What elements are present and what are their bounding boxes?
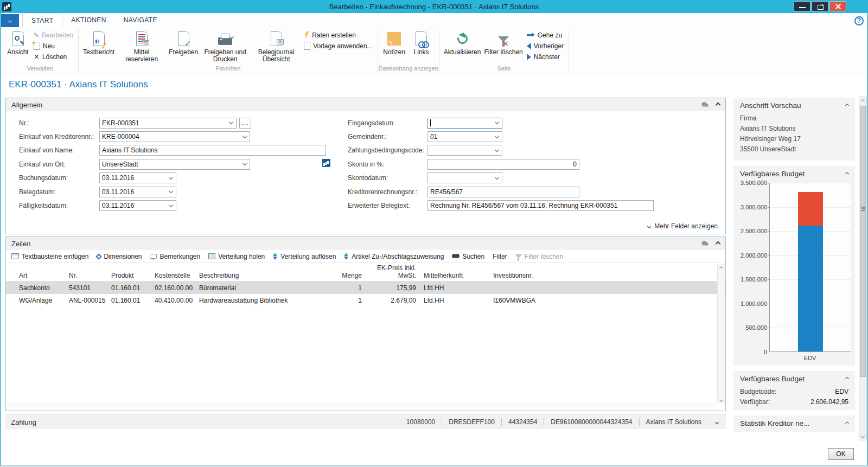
toolbar-verteilung-aufloesen[interactable]: Verteilung auflösen (273, 253, 336, 260)
nr-combobox[interactable]: EKR-000351 (99, 118, 237, 129)
minimize-button[interactable] (794, 1, 810, 11)
toolbar-filter-loeschen[interactable]: Filter löschen (515, 253, 563, 260)
erweiterter-belegtext-textbox[interactable]: Rechnung Nr. RE456/567 vom 03.11.16, Rec… (427, 200, 654, 211)
dimensions-icon (96, 253, 102, 259)
toolbar-verteilung-holen[interactable]: Verteilung holen (208, 253, 265, 260)
gemeindenr-combobox[interactable]: 01 (427, 131, 502, 142)
fasttab-allgemein-header[interactable]: Allgemein (6, 98, 725, 111)
ribbon-button-notizen[interactable]: Notizen (381, 29, 408, 56)
customize-gear-icon[interactable] (701, 240, 709, 248)
faelligkeitsdatum-combobox[interactable]: 03.11.2016 (99, 200, 176, 211)
factbox-header[interactable]: Verfügbares Budget (733, 166, 855, 181)
column-header[interactable]: Produkt (111, 272, 155, 279)
table-horizontal-scrollbar[interactable] (7, 404, 717, 410)
column-header[interactable]: EK-Preis inkl. MwSt. (362, 264, 416, 279)
collapse-chevron-icon[interactable] (845, 104, 849, 107)
collapse-chevron-icon[interactable] (845, 172, 849, 176)
ribbon-button-filter-loeschen[interactable]: ✕ Filter löschen (482, 29, 524, 56)
field-name: Einkauf von Name: Axians IT Solutions (19, 144, 344, 157)
chart-indicator-icon[interactable] (322, 159, 330, 167)
restore-button[interactable] (812, 1, 828, 11)
reserve-funds-icon: 000 (136, 31, 148, 46)
ribbon-button-neu[interactable]: ★ Neu (31, 41, 75, 50)
get-distribution-icon (208, 253, 215, 259)
release-check-icon: ✓ (178, 31, 189, 46)
factbox-header[interactable]: Anschrift Vorschau (733, 98, 855, 112)
toolbar-bemerkungen[interactable]: Bemerkungen (150, 253, 200, 260)
expand-chevron-icon[interactable] (715, 420, 719, 424)
sticky-note-icon (387, 32, 401, 46)
ribbon-group-label: Favoriten (79, 65, 377, 74)
column-header[interactable]: Beschreibung (199, 272, 334, 279)
ribbon-button-gehe-zu[interactable]: Gehe zu (525, 30, 566, 40)
ribbon-button-raten-erstellen[interactable]: Raten erstellen (302, 30, 374, 40)
page-vertical-scrollbar[interactable] (859, 97, 867, 440)
column-header[interactable]: Art (19, 272, 69, 279)
help-icon[interactable]: ? (854, 16, 864, 25)
comment-bubble-icon (150, 254, 157, 259)
toolbar-textbausteine[interactable]: Textbausteine einfügen (11, 253, 88, 260)
column-header[interactable]: Nr. (69, 272, 111, 279)
tab-aktionen[interactable]: AKTIONEN (62, 14, 115, 27)
ribbon-button-bearbeiten[interactable]: ✎ Bearbeiten (31, 30, 75, 40)
kreditorenrechnungsnr-textbox[interactable]: RE456/567 (427, 187, 579, 197)
column-header[interactable]: Investitionsnr. (488, 272, 725, 279)
ribbon-button-belegjournal[interactable]: ▤ Belegjournal Übersicht (251, 29, 302, 63)
toolbar-filter[interactable]: Filter (493, 253, 507, 260)
factbox-header[interactable]: Statistik Kreditor ne... (733, 415, 855, 430)
toolbar-dimensionen[interactable]: Dimensionen (97, 253, 142, 260)
ribbon-button-vorheriger[interactable]: Vorheriger (525, 41, 566, 50)
ribbon-button-aktualisieren[interactable]: Aktualisieren (442, 29, 483, 56)
column-header[interactable]: Kostenstelle (155, 272, 199, 279)
ribbon-button-links[interactable]: Links (408, 29, 435, 56)
chart-y-axis: 3.500.000 3.000.000 2.500.000 2.000.000 … (736, 183, 769, 352)
close-button[interactable] (829, 1, 846, 11)
ribbon-button-mittel-reservieren[interactable]: 000 Mittel reservieren (116, 29, 167, 63)
factbox-anschrift-vorschau: Anschrift Vorschau Firma Axians IT Solut… (733, 98, 855, 161)
skontodatum-combobox[interactable] (427, 172, 502, 183)
zahlungsbedingungscode-combobox[interactable] (427, 145, 502, 156)
eingangsdatum-combobox[interactable] (427, 118, 502, 129)
column-header[interactable]: Mittelherkunft (416, 272, 488, 279)
toolbar-suchen[interactable]: Suchen (452, 253, 484, 260)
factbox-header[interactable]: Verfügbares Budget (733, 371, 855, 386)
show-more-fields-link[interactable]: Mehr Felder anzeigen (648, 222, 718, 230)
kreditorennr-combobox[interactable]: KRE-000004 (99, 131, 250, 142)
collapse-chevron-icon[interactable] (845, 377, 849, 381)
belegdatum-combobox[interactable]: 03.11.2016 (99, 187, 176, 197)
ribbon-button-testbericht[interactable]: ★★ Testbericht (81, 29, 116, 56)
column-header[interactable]: Menge (334, 272, 362, 279)
table-row[interactable]: WG/Anlage ANL-000015 01.160.01 40.410.00… (6, 294, 725, 306)
scroll-up-icon (861, 99, 865, 103)
budget-chart-plot (769, 183, 851, 352)
scrollbar-thumb[interactable] (860, 106, 866, 377)
name-textbox[interactable]: Axians IT Solutions (99, 145, 326, 156)
edit-pencil-icon: ✎ (34, 31, 39, 39)
customize-gear-icon[interactable] (701, 101, 709, 109)
ribbon-button-ansicht[interactable]: Ansicht (4, 29, 31, 56)
collapse-chevron-icon[interactable] (845, 421, 849, 425)
ribbon-button-vorlage-anwenden[interactable]: Vorlage anwenden... (302, 41, 374, 50)
collapse-chevron-icon[interactable] (716, 241, 721, 246)
ribbon-button-loeschen[interactable]: ✕ Löschen (31, 52, 75, 61)
ribbon-group-dateianhang: Notizen Links Dateianhang anzeigen (379, 27, 438, 74)
fasttab-zeilen-header[interactable]: Zeilen (6, 237, 725, 250)
tab-start[interactable]: START (22, 14, 62, 27)
collapse-chevron-icon[interactable] (716, 102, 721, 107)
previous-arrow-icon (527, 43, 531, 49)
ok-button[interactable]: OK (828, 448, 854, 460)
ort-combobox[interactable]: UnsereStadt (99, 159, 250, 170)
assist-edit-button[interactable]: ... (239, 118, 251, 129)
toolbar-artikel-zuweisung[interactable]: Artikel Zu-/Abschlagszuweisung (344, 253, 444, 260)
address-line: 35500 UnsereStadt (740, 144, 848, 155)
buchungsdatum-combobox[interactable]: 03.11.2016 (99, 172, 176, 183)
ribbon-button-freigeben-drucken[interactable]: ✓ Freigeben und Drucken (200, 29, 251, 63)
tab-navigate[interactable]: NAVIGATE (115, 14, 166, 27)
app-menu-button[interactable] (1, 14, 19, 27)
table-row[interactable]: Sachkonto 543101 01.160.01 02.160.00.00 … (6, 282, 725, 294)
fasttab-zahlung-collapsed[interactable]: Zahlung 10080000 DRESDEFF100 44324354 DE… (5, 414, 726, 429)
ribbon-button-naechster[interactable]: Nächster (525, 52, 566, 61)
ribbon-button-freigeben[interactable]: ✓ Freigeben (167, 29, 200, 56)
skonto-textbox[interactable]: 0 (427, 159, 579, 170)
table-vertical-scrollbar[interactable] (717, 264, 725, 404)
